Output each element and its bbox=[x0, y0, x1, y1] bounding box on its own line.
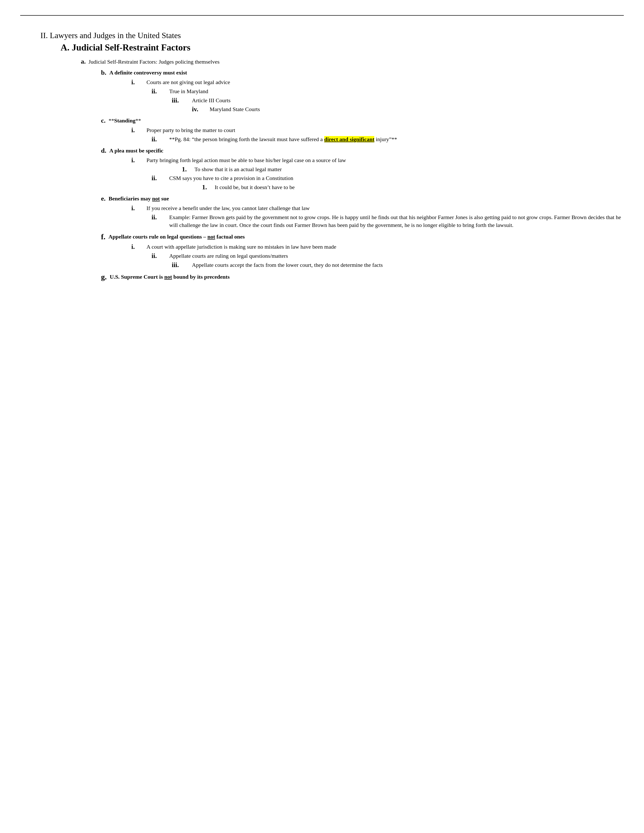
section-subtitle: A. Judicial Self-Restraint Factors bbox=[61, 42, 624, 53]
item-f-iii-text: Appellate courts accept the facts from t… bbox=[192, 261, 624, 269]
item-f-text: Appellate courts rule on legal questions… bbox=[109, 233, 245, 240]
item-b-iv-text: Maryland State Courts bbox=[209, 106, 624, 113]
item-c-i-text: Proper party to bring the matter to cour… bbox=[147, 127, 624, 134]
item-c-text: **Standing** bbox=[109, 117, 141, 124]
item-f-i: i. A court with appellate jurisdiction i… bbox=[131, 243, 624, 251]
item-b-label: b. bbox=[101, 69, 106, 77]
item-d-i-text: Party bringing forth legal action must b… bbox=[147, 156, 624, 164]
item-c: c. **Standing** i. Proper party to bring… bbox=[20, 117, 624, 143]
section-title: II. Lawyers and Judges in the United Sta… bbox=[40, 31, 624, 40]
item-b-ii: ii. True in Maryland bbox=[151, 88, 624, 95]
item-b-iv: iv. Maryland State Courts bbox=[192, 106, 624, 113]
item-f-ii-label: ii. bbox=[151, 252, 169, 260]
item-a-text: Judicial Self-Restraint Factors: Judges … bbox=[89, 59, 220, 65]
item-d-i-1: 1. To show that it is an actual legal ma… bbox=[182, 166, 624, 174]
item-g-header: g. U.S. Supreme Court is not bound by it… bbox=[101, 273, 624, 281]
item-d-ii-text: CSM says you have to cite a provision in… bbox=[169, 174, 624, 182]
item-f: f. Appellate courts rule on legal questi… bbox=[20, 233, 624, 269]
item-b-i-label: i. bbox=[131, 79, 147, 86]
item-e-ii: ii. Example: Farmer Brown gets paid by t… bbox=[151, 214, 624, 229]
top-border bbox=[20, 15, 624, 16]
item-d-i: i. Party bringing forth legal action mus… bbox=[131, 156, 624, 164]
item-d: d. A plea must be specific i. Party brin… bbox=[20, 147, 624, 191]
highlight-direct-significant: direct and significant bbox=[324, 136, 375, 142]
item-b: b. A definite controversy must exist i. … bbox=[20, 69, 624, 113]
item-d-ii-1-label: 1. bbox=[202, 183, 215, 191]
item-c-ii-text: **Pg. 84: “the person bringing forth the… bbox=[169, 135, 624, 143]
item-e: e. Beneficiaries may not sue i. If you r… bbox=[20, 195, 624, 229]
item-b-header: b. A definite controversy must exist bbox=[101, 69, 624, 77]
item-c-i: i. Proper party to bring the matter to c… bbox=[131, 127, 624, 134]
item-f-iii: iii. Appellate courts accept the facts f… bbox=[172, 261, 624, 269]
item-f-label: f. bbox=[101, 233, 106, 241]
item-c-header: c. **Standing** bbox=[101, 117, 624, 124]
item-d-ii-label: ii. bbox=[151, 174, 169, 182]
item-c-i-label: i. bbox=[131, 127, 147, 134]
item-a: a. Judicial Self-Restraint Factors: Judg… bbox=[81, 58, 624, 65]
item-e-ii-text: Example: Farmer Brown gets paid by the g… bbox=[169, 214, 624, 229]
item-b-text: A definite controversy must exist bbox=[109, 69, 187, 76]
item-b-i-text: Courts are not giving out legal advice bbox=[147, 79, 624, 86]
item-c-label: c. bbox=[101, 117, 106, 124]
item-b-ii-label: ii. bbox=[151, 88, 169, 95]
item-e-i: i. If you receive a benefit under the la… bbox=[131, 204, 624, 212]
item-c-ii: ii. **Pg. 84: “the person bringing forth… bbox=[151, 135, 624, 143]
item-d-header: d. A plea must be specific bbox=[101, 147, 624, 154]
item-f-ii: ii. Appellate courts are ruling on legal… bbox=[151, 252, 624, 260]
item-g-label: g. bbox=[101, 273, 107, 281]
item-g: g. U.S. Supreme Court is not bound by it… bbox=[20, 273, 624, 281]
item-d-i-label: i. bbox=[131, 156, 147, 164]
item-d-i-1-label: 1. bbox=[182, 166, 195, 173]
item-b-ii-text: True in Maryland bbox=[169, 88, 624, 95]
item-d-label: d. bbox=[101, 147, 106, 154]
item-f-header: f. Appellate courts rule on legal questi… bbox=[101, 233, 624, 241]
item-b-iv-label: iv. bbox=[192, 106, 209, 113]
item-d-i-1-text: To show that it is an actual legal matte… bbox=[195, 166, 624, 174]
item-f-i-label: i. bbox=[131, 243, 147, 251]
item-e-ii-label: ii. bbox=[151, 214, 169, 221]
item-a-label: a. bbox=[81, 58, 86, 65]
item-d-ii-1-text: It could be, but it doesn’t have to be bbox=[215, 183, 624, 191]
item-f-ii-text: Appellate courts are ruling on legal que… bbox=[169, 252, 624, 260]
item-e-header: e. Beneficiaries may not sue bbox=[101, 195, 624, 203]
item-e-i-label: i. bbox=[131, 204, 147, 212]
item-g-text: U.S. Supreme Court is not bound by its p… bbox=[110, 273, 230, 280]
item-b-iii-text: Article III Courts bbox=[192, 96, 624, 105]
item-b-i: i. Courts are not giving out legal advic… bbox=[131, 79, 624, 86]
item-d-ii-1: 1. It could be, but it doesn’t have to b… bbox=[202, 183, 624, 191]
item-d-ii: ii. CSM says you have to cite a provisio… bbox=[151, 174, 624, 182]
item-e-i-text: If you receive a benefit under the law, … bbox=[147, 204, 624, 212]
item-b-iii-label: iii. bbox=[172, 96, 192, 104]
item-c-ii-label: ii. bbox=[151, 135, 169, 143]
item-e-label: e. bbox=[101, 195, 106, 203]
item-f-i-text: A court with appellate jurisdiction is m… bbox=[147, 243, 624, 251]
item-e-text: Beneficiaries may not sue bbox=[109, 195, 169, 202]
item-d-text: A plea must be specific bbox=[109, 148, 163, 154]
item-f-iii-label: iii. bbox=[172, 261, 192, 269]
item-b-iii: iii. Article III Courts bbox=[172, 96, 624, 105]
